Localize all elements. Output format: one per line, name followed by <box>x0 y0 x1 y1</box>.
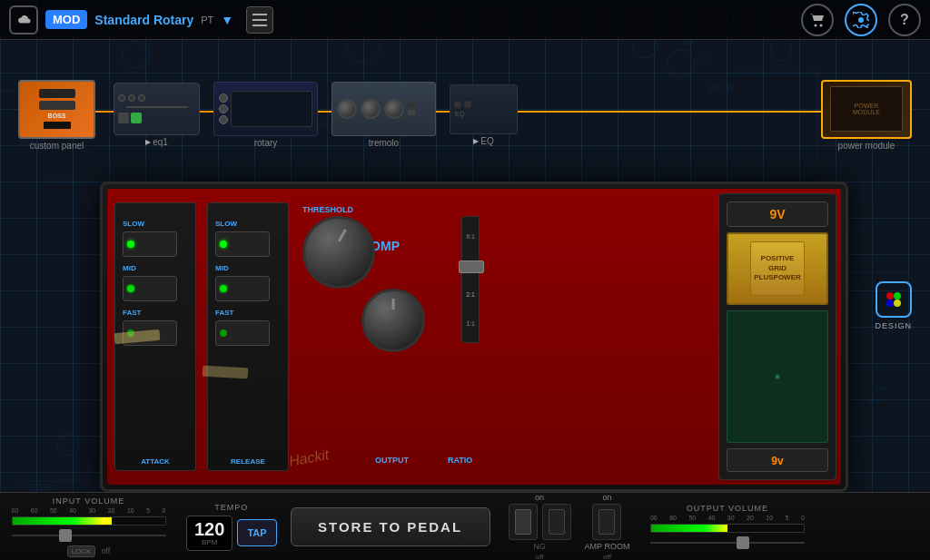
hamburger-line <box>252 14 267 15</box>
pedal-power-label: power module <box>838 141 895 151</box>
pedal-custom-panel[interactable]: BOSS custom panel <box>18 80 95 151</box>
pedal-box-tremolo <box>331 82 436 136</box>
tempo-label: TEMPO <box>214 503 248 512</box>
ratio-81: 8:1 <box>466 233 475 240</box>
slow1-label: SLOW <box>123 220 188 228</box>
input-off-label: off <box>101 546 110 555</box>
hamburger-line <box>252 19 267 21</box>
attack-label: ATTACK <box>119 457 192 466</box>
signal-chain: BOSS custom panel <box>0 40 930 172</box>
output-volume-section: OUTPUT VOLUME 00 60 50 40 30 20 10 5 0 <box>648 504 806 549</box>
ng-toggle-1[interactable] <box>509 504 538 540</box>
ng-toggle-2[interactable] <box>542 504 571 540</box>
tape-strip-2 <box>203 365 249 378</box>
release-label: RELEASE <box>212 457 284 466</box>
input-volume-section: INPUT VOLUME 00 60 50 40 30 20 10 5 0 LO… <box>9 496 168 557</box>
help-icon: ? <box>900 12 909 28</box>
svg-point-46 <box>886 292 894 300</box>
mid1-label: MID <box>123 264 188 272</box>
amp-room-off-label: off <box>603 553 611 561</box>
amp-room-label: AMP ROOM <box>585 542 630 551</box>
bottom-bar: INPUT VOLUME 00 60 50 40 30 20 10 5 0 LO… <box>0 492 930 560</box>
input-slider[interactable] <box>12 529 166 542</box>
ratio-11: 1:1 <box>466 320 475 327</box>
pedal-rotary-label: rotary <box>254 138 278 148</box>
ng-label: NG <box>533 542 546 551</box>
tempo-section: TEMPO 120 BPM TAP <box>186 503 277 551</box>
output-slider[interactable] <box>650 536 805 549</box>
svg-point-48 <box>886 300 894 307</box>
pedal-board: SLOW MID FAST ATTACK SLOW <box>100 182 848 492</box>
bpm-display: 120 BPM <box>186 516 232 551</box>
fast1-label: FAST <box>123 309 188 317</box>
preset-tag: PT <box>201 15 213 25</box>
ng-off-label: off <box>536 553 544 561</box>
threshold-knob[interactable] <box>302 216 375 289</box>
hamburger-line <box>252 25 267 26</box>
voltage-display: 9V <box>727 201 828 227</box>
power-circuit: ◉ <box>727 310 828 443</box>
ratio-slider[interactable]: 8:1 4:1 2:1 1:1 <box>461 216 480 343</box>
design-button[interactable]: DESIGN <box>875 281 912 330</box>
amp-room-on-label: on <box>602 493 611 502</box>
svg-text:5V: 5V <box>863 429 872 437</box>
header-right: ? <box>801 4 921 36</box>
input-vu-meter <box>12 516 166 526</box>
settings-button[interactable] <box>845 4 877 36</box>
pedal-power-module[interactable]: POWERMODULE power module <box>821 80 912 151</box>
output-vu-meter <box>650 524 805 533</box>
tap-button[interactable]: TAP <box>237 519 276 546</box>
pedal-eq1-label: ▶ eq1 <box>145 137 168 147</box>
voltage-label: 9V <box>769 207 785 221</box>
pedal-box-rotary <box>213 82 318 136</box>
amp-room-section: on AMP ROOM off <box>585 493 630 561</box>
svg-point-44 <box>815 24 817 26</box>
input-volume-label: INPUT VOLUME <box>53 496 124 506</box>
svg-point-47 <box>894 292 901 300</box>
pedal-box-eq2: EQ <box>450 84 518 134</box>
ng-section: on NG off <box>509 493 571 561</box>
mid2-label: MID <box>215 264 281 272</box>
mod-badge[interactable]: MOD <box>45 10 87 29</box>
ng-on-label: on <box>535 493 544 502</box>
threshold-label: THRESHOLD <box>302 205 353 214</box>
design-icon <box>876 281 912 318</box>
bpm-unit: BPM <box>194 538 224 546</box>
cart-button[interactable] <box>801 4 834 36</box>
design-label: DESIGN <box>875 321 912 330</box>
store-to-pedal-button[interactable]: STORE TO PEDAL <box>291 507 490 546</box>
slow2-label: SLOW <box>215 220 281 228</box>
pedal-custom-panel-label: custom panel <box>30 141 84 151</box>
svg-text:IC12: IC12 <box>854 329 869 338</box>
menu-button[interactable] <box>246 6 273 34</box>
output-knob[interactable] <box>361 289 425 352</box>
header-left: MOD Standard Rotary PT ▼ <box>9 5 273 34</box>
svg-point-31 <box>57 434 79 456</box>
svg-text:35V: 35V <box>854 438 867 447</box>
preset-dropdown-arrow[interactable]: ▼ <box>221 13 233 27</box>
pedals-row: BOSS custom panel <box>18 80 912 151</box>
output-label: OUTPUT <box>375 456 409 465</box>
svg-point-49 <box>894 300 901 307</box>
pedal-box-custom: BOSS <box>18 80 95 139</box>
svg-text:10m: 10m <box>872 384 886 392</box>
ratio-label: RATIO <box>448 456 472 465</box>
svg-text:BC550C: BC550C <box>27 483 59 492</box>
pedal-box-power: POWERMODULE <box>821 80 912 139</box>
bpm-value: 120 <box>194 520 224 538</box>
preset-name[interactable]: Standard Rotary <box>94 13 193 27</box>
pedal-tremolo-label: tremolo <box>369 138 399 148</box>
header: MOD Standard Rotary PT ▼ ? <box>0 0 930 40</box>
help-button[interactable]: ? <box>888 4 921 36</box>
pedal-box-eq1 <box>114 83 200 135</box>
amp-room-toggle[interactable] <box>592 504 621 540</box>
pedal-eq2[interactable]: EQ ▶ EQ <box>450 84 518 146</box>
cloud-icon[interactable] <box>9 5 38 34</box>
output-volume-label: OUTPUT VOLUME <box>687 504 768 513</box>
ratio-21: 2:1 <box>466 291 475 298</box>
pedal-rotary[interactable]: rotary <box>213 82 318 148</box>
pedal-eq1[interactable]: ▶ eq1 <box>114 83 200 147</box>
voltage-badge-bottom: 9v <box>727 448 828 472</box>
pedal-tremolo[interactable]: tremolo <box>331 82 436 148</box>
lock-badge[interactable]: LOCK <box>67 545 96 557</box>
